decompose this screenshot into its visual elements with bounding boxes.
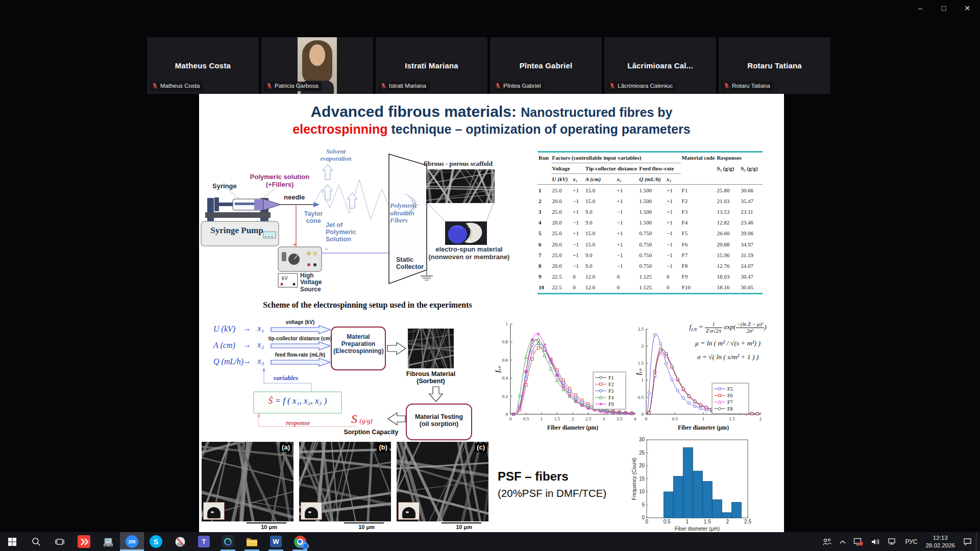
scaffold-label: fibrous - porous scaffold xyxy=(424,160,505,168)
table-row: 125.0+115.0+11.500+1F125.8030.66 xyxy=(537,185,763,196)
material-testing-box: Material Testing (oil sorption) xyxy=(408,413,470,428)
svg-text:−: − xyxy=(325,245,328,253)
table-row: 220.0−115.0+11.500+1F221.0335.47 xyxy=(537,195,763,206)
svg-text:F9: F9 xyxy=(608,402,614,407)
model-equation: Ŝ = f ( x₁, x₂, x₃ ) xyxy=(254,396,341,406)
participant-name-tag: Pîntea Gabriel xyxy=(493,82,545,92)
minimize-button[interactable]: – xyxy=(909,0,932,16)
svg-text:0.5: 0.5 xyxy=(664,519,671,524)
svg-text:1: 1 xyxy=(541,416,543,421)
ultrathin-fibers-label: Polymeric ultrathin Fibers xyxy=(390,202,431,224)
svg-text:1.5: 1.5 xyxy=(704,519,711,524)
taskbar-teams-button[interactable]: T xyxy=(192,532,216,551)
people-icon xyxy=(822,538,832,546)
high-voltage-source-label: High Voltage Source xyxy=(300,272,322,293)
svg-text:F8: F8 xyxy=(727,406,733,412)
svg-text:2: 2 xyxy=(572,416,574,421)
tray-language-button[interactable]: РУС xyxy=(901,532,921,551)
psf-fibers-heading: PSF – fibers xyxy=(498,469,569,484)
start-button[interactable] xyxy=(0,532,24,551)
svg-text:2.5: 2.5 xyxy=(638,327,644,332)
close-button[interactable]: ✕ xyxy=(955,0,979,16)
tray-volume-button[interactable] xyxy=(867,532,884,551)
show-desktop-button[interactable] xyxy=(976,532,980,551)
electrospinning-diagram: + − xyxy=(199,145,516,315)
task-view-button[interactable] xyxy=(48,532,72,551)
table-row: 325.0+19.0−11.500+1F313.5323.11 xyxy=(537,206,763,217)
taskbar-capture-button[interactable] xyxy=(168,532,192,551)
mu-formula: μ = ln ( m² / √(s + m²) ) xyxy=(673,339,783,347)
syringe-pump-label: Syringe Pump xyxy=(203,226,271,235)
droplet-icon xyxy=(207,507,220,518)
svg-text:0.5: 0.5 xyxy=(523,416,529,421)
col-feed-rate: Feed flow-rate xyxy=(638,163,680,174)
participant-tile[interactable]: Rotaru Tatiana Rotaru Tatiana xyxy=(719,37,830,94)
svg-text:F7: F7 xyxy=(727,399,733,405)
tray-display-notification[interactable]: ! xyxy=(850,532,867,551)
panel-tag: (c) xyxy=(475,443,487,452)
arrow-glyph: → xyxy=(243,324,251,333)
slide-title: Advanced fibrous materials: Nanostructur… xyxy=(199,102,784,137)
svg-text:!: ! xyxy=(861,542,862,546)
maximize-button[interactable]: □ xyxy=(932,0,955,16)
participant-tile[interactable]: Patricia Garbosa xyxy=(261,37,373,94)
doe-table: Run Factors (controllable input variable… xyxy=(537,151,763,294)
tray-network-button[interactable] xyxy=(884,532,901,551)
taskbar-skype-button[interactable]: S xyxy=(144,532,168,551)
svg-text:2.5: 2.5 xyxy=(744,519,751,524)
taskbar-webex-button[interactable] xyxy=(216,532,240,551)
chrome-profile-badge xyxy=(302,543,309,549)
tray-clock[interactable]: 12:13 28.02.2026 xyxy=(921,532,960,551)
svg-text:F6: F6 xyxy=(727,393,733,398)
svg-text:0.8: 0.8 xyxy=(502,339,508,344)
svg-text:25: 25 xyxy=(639,450,645,456)
participant-tag-label: Pîntea Gabriel xyxy=(503,83,541,89)
participant-tile[interactable]: Istrati Mariana Istrati Mariana xyxy=(376,37,487,94)
svg-text:3: 3 xyxy=(603,416,605,421)
taskbar-zoom-button[interactable]: zm xyxy=(120,532,144,551)
jet-label: Jet of Polymeric Solution xyxy=(326,221,366,243)
remote-desktop-app-button[interactable] xyxy=(72,532,96,551)
ethernet-icon xyxy=(888,538,898,546)
file-explorer-icon xyxy=(246,536,258,547)
x1-variable: x₁ xyxy=(257,323,264,334)
shared-slide: Advanced fibrous materials: Nanostructur… xyxy=(199,94,784,532)
optimization-flow-diagram: U (kV) → x₁ A (cm) → x₂ Q (mL/h) → x₃ vo… xyxy=(209,318,495,443)
sem-panel-c: (c) 10 μm xyxy=(397,442,488,532)
muted-mic-icon xyxy=(152,83,158,90)
tray-overflow-button[interactable] xyxy=(836,532,850,551)
scheme-caption: Scheme of the electrospinning setup used… xyxy=(244,300,491,310)
legacy-app-icon xyxy=(102,536,115,548)
sorption-capacity-label: Sorption Capacity xyxy=(338,429,404,436)
speaker-icon xyxy=(871,538,880,546)
taskbar-word-button[interactable]: W xyxy=(264,532,288,551)
legacy-app-button[interactable] xyxy=(96,532,120,551)
participant-tag-label: Istrati Mariana xyxy=(389,83,426,89)
svg-text:Fiber diameter (μm): Fiber diameter (μm) xyxy=(547,424,598,431)
search-icon xyxy=(31,537,41,547)
sorption-response: S (g/g) xyxy=(351,412,373,427)
tip-distance-arrow-caption: tip-collector distance (cm) xyxy=(266,336,334,342)
taskbar-chrome-button[interactable] xyxy=(288,532,312,551)
svg-text:1: 1 xyxy=(702,416,705,421)
sem-image: (a) xyxy=(202,442,293,521)
sem-panel-b: (b) 10 μm xyxy=(299,442,391,532)
participant-name-tag: Rotaru Tatiana xyxy=(721,82,774,92)
svg-text:0: 0 xyxy=(642,515,645,520)
taskbar-explorer-button[interactable] xyxy=(240,532,264,551)
col-s2: S₂ (g/g) xyxy=(740,163,763,185)
svg-text:1: 1 xyxy=(506,321,508,327)
col-responses: Responses xyxy=(716,152,763,163)
feed-rate-arrow-caption: feed flow-rate (mL/h) xyxy=(266,352,334,358)
col-voltage: Voltage xyxy=(551,163,584,174)
col-q: Q (mL/h) xyxy=(638,174,666,185)
search-button[interactable] xyxy=(24,532,48,551)
sem-panel-a: (a) 10 μm xyxy=(202,442,293,532)
participant-tile[interactable]: Matheus Costa Matheus Costa xyxy=(147,37,259,94)
tray-people-button[interactable] xyxy=(819,532,836,551)
action-center-button[interactable] xyxy=(960,532,976,551)
participant-tile[interactable]: Lăcrimioara Cal... Lăcrimioara Caleniuc xyxy=(604,37,716,94)
participant-name-tag: Patricia Garbosa xyxy=(264,82,322,92)
svg-text:0: 0 xyxy=(642,412,644,417)
participant-tile[interactable]: Pîntea Gabriel Pîntea Gabriel xyxy=(490,37,602,94)
